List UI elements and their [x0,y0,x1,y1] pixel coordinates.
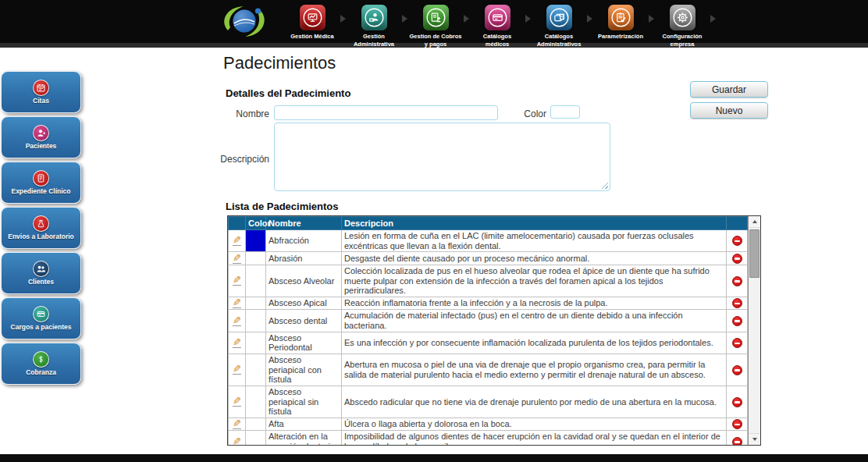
nav-label: Parametrización [598,33,643,41]
table-row: ✎ Absceso dental Acumulación de material… [229,310,748,332]
table-scrollbar[interactable] [748,216,760,445]
name-cell: Absceso periapical sin fístula [266,386,342,418]
edit-pencil-icon[interactable]: ✎ [233,396,241,407]
sidebar-item-cargos-pacientes[interactable]: Cargos a pacientes [1,297,81,339]
padecimientos-table: Color Nombre Descripcion ✎ Abfracción Le… [227,215,761,446]
nav-gestion-medica[interactable]: Gestión Médica [286,5,339,41]
delete-icon[interactable] [732,419,742,429]
resize-handle-icon[interactable] [601,182,608,189]
nav-configuracion-empresa[interactable]: Configuración empresa [656,5,709,48]
scroll-up-button[interactable] [749,216,760,228]
clinical-record-icon [33,170,49,187]
delete-icon[interactable] [732,316,742,326]
delete-icon[interactable] [732,437,742,445]
color-cell [246,310,266,332]
table-row: ✎ Absceso Alveolar Colección localizada … [229,265,748,297]
table-row: ✎ Absceso Apical Reacción inflamatoria f… [229,297,748,310]
delete-icon[interactable] [732,236,742,246]
table-row: ✎ Absceso Periodontal Es una infección y… [229,332,748,354]
sidebar-item-envios-laboratorio[interactable]: Envios a Laboratorio [1,207,81,249]
descripcion-column-header: Descripcion [342,217,727,230]
edit-pencil-icon[interactable]: ✎ [233,298,241,308]
table-row: ✎ Afta Úlcera o llaga abierta y dolorosa… [229,418,748,431]
name-cell: Absceso Apical [266,297,342,310]
color-cell [246,418,266,431]
edit-pencil-icon[interactable]: ✎ [233,316,241,326]
scroll-down-button[interactable] [749,433,760,445]
nav-catalogos-medicos[interactable]: Catálogos médicos [471,5,524,48]
nombre-input[interactable] [274,105,498,120]
delete-icon[interactable] [732,338,742,348]
edit-pencil-icon[interactable]: ✎ [233,338,241,348]
sidebar: Citas Pacientes Expediente Clínico [1,71,81,388]
edit-pencil-icon[interactable]: ✎ [233,437,241,445]
color-cell [246,297,266,310]
nav-separator-arrow-icon [340,15,346,23]
delete-cell [727,332,748,354]
edit-cell: ✎ [229,252,246,265]
color-cell [246,332,266,354]
patient-icon [33,125,49,141]
sidebar-item-citas[interactable]: Citas [1,71,81,113]
catalogos-administrativos-icon [546,5,572,30]
nav-catalogos-administrativos[interactable]: Catálogos Administrativos [532,5,585,48]
delete-icon[interactable] [732,397,742,407]
description-cell: Colección localizada de pus en el hueso … [342,265,727,297]
catalogos-medicos-icon [485,5,510,30]
descripcion-textarea[interactable] [274,123,610,191]
edit-cell: ✎ [229,297,246,310]
money-icon [33,351,49,368]
page-title: Padecimientos [223,53,336,73]
sidebar-item-pacientes[interactable]: Pacientes [1,116,81,158]
description-cell: Lesión en forma de cuña en el LAC (limit… [342,230,727,252]
sidebar-item-cobranza[interactable]: Cobranza [1,343,81,385]
edit-column-header [229,217,246,230]
configuracion-empresa-icon [670,5,695,30]
description-cell: Úlcera o llaga abierta y dolorosa en la … [342,418,727,431]
sidebar-item-label: Cargos a pacientes [9,324,74,332]
nav-gestion-administrativa[interactable]: Gestión Administrativa [347,5,400,48]
guardar-button[interactable]: Guardar [690,81,768,98]
color-cell [246,431,266,445]
nav-gestion-cobros-pagos[interactable]: Gestion de Cobros y pagos [409,5,462,48]
nuevo-button[interactable]: Nuevo [690,102,768,119]
edit-pencil-icon[interactable]: ✎ [233,254,241,264]
delete-icon[interactable] [732,298,742,308]
footer-bar [0,454,868,462]
delete-icon[interactable] [732,254,742,264]
descripcion-label: Descripción [216,154,269,165]
nav-label: Gestion de Cobros y pagos [409,33,462,48]
table-row: ✎ Absceso periapical sin fístula Abscedo… [229,386,748,418]
scrollbar-thumb[interactable] [749,229,760,278]
calendar-icon [33,80,49,96]
color-input[interactable] [550,105,580,119]
color-cell [246,265,266,297]
name-cell: Absceso periapical con fístula [266,354,342,386]
table-row: ✎ Abrasión Desgaste del diente causado p… [229,252,748,265]
description-cell: Desgaste del diente causado por un proce… [342,252,727,265]
delete-cell [727,252,748,265]
delete-icon[interactable] [732,365,742,375]
lab-flask-icon [33,215,49,232]
edit-pencil-icon[interactable]: ✎ [233,275,241,286]
nav-label: Gestión Médica [290,33,333,41]
sidebar-item-clientes[interactable]: Clientes [1,252,81,294]
delete-cell [727,431,748,445]
list-section-heading: Lista de Padecimientos [226,201,339,212]
edit-pencil-icon[interactable]: ✎ [233,419,241,429]
nav-parametrizacion[interactable]: Parametrización [594,5,647,41]
edit-pencil-icon[interactable]: ✎ [233,236,241,246]
nav-separator-arrow-icon [710,15,716,23]
sidebar-item-label: Expediente Clínico [9,188,73,196]
sidebar-item-expediente-clinico[interactable]: Expediente Clínico [1,162,81,204]
edit-pencil-icon[interactable]: ✎ [233,364,241,375]
table-row: ✎ Alteración en la erupción dentaria Imp… [229,431,748,445]
edit-cell: ✎ [229,332,246,354]
edit-cell: ✎ [229,310,246,332]
table-rows: ✎ Abfracción Lesión en forma de cuña en … [229,230,748,446]
edit-cell: ✎ [229,431,246,445]
people-icon [33,261,49,277]
nav-label: Catálogos médicos [471,33,524,48]
delete-icon[interactable] [732,276,742,286]
name-cell: Absceso Periodontal [266,332,342,354]
